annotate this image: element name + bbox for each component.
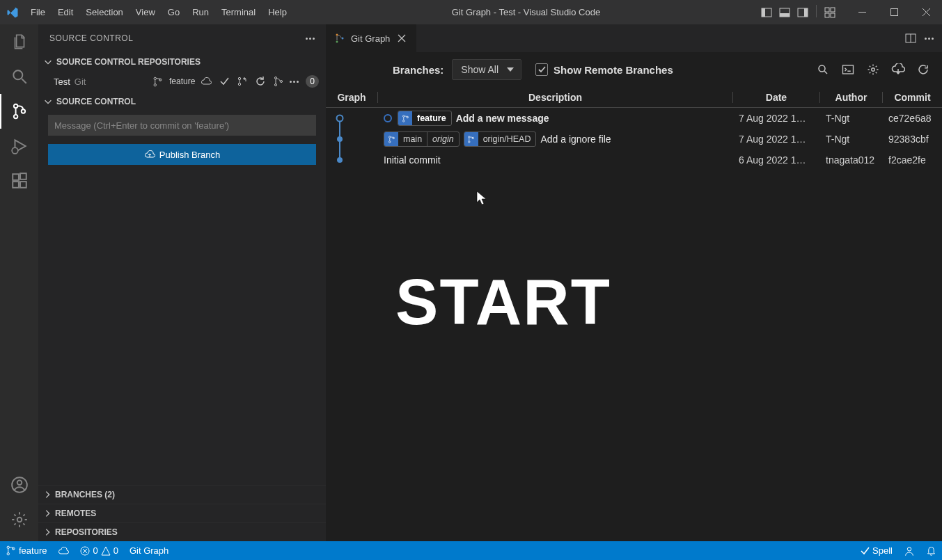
split-editor-icon[interactable] bbox=[905, 33, 916, 44]
refresh-icon[interactable] bbox=[916, 62, 931, 77]
svg-rect-20 bbox=[20, 173, 26, 179]
layout-sidebar-right-icon[interactable] bbox=[795, 5, 810, 20]
publish-branch-button[interactable]: Publish Branch bbox=[48, 144, 316, 165]
col-author[interactable]: Author bbox=[820, 92, 883, 103]
terminal-icon[interactable] bbox=[840, 62, 856, 77]
branch-tag[interactable]: mainorigin bbox=[384, 131, 460, 147]
accounts-icon[interactable] bbox=[0, 467, 38, 502]
cloud-publish-icon[interactable] bbox=[199, 74, 213, 88]
col-graph[interactable]: Graph bbox=[326, 92, 378, 103]
layout-panel-icon[interactable] bbox=[777, 5, 792, 20]
svg-point-53 bbox=[7, 546, 9, 548]
chevron-right-icon bbox=[42, 509, 52, 518]
chevron-down-icon bbox=[507, 67, 514, 72]
svg-point-44 bbox=[402, 115, 404, 116]
branches-select[interactable]: Show All bbox=[452, 59, 521, 80]
commit-hash: f2cae2fe bbox=[883, 154, 942, 166]
col-date[interactable]: Date bbox=[733, 92, 820, 103]
show-remote-checkbox[interactable]: Show Remote Branches bbox=[535, 63, 673, 76]
menu-view[interactable]: View bbox=[129, 0, 162, 24]
commit-row[interactable]: mainoriginorigin/HEADAdd a ignore file7 … bbox=[326, 129, 942, 150]
status-feedback-icon[interactable] bbox=[898, 541, 920, 560]
source-control-icon[interactable] bbox=[0, 94, 38, 129]
commit-author: T-Ngt bbox=[820, 113, 883, 124]
tabs-bar: Git Graph bbox=[326, 24, 942, 52]
svg-rect-11 bbox=[890, 9, 897, 16]
run-debug-icon[interactable] bbox=[0, 129, 38, 163]
commit-message: Add a new message bbox=[456, 113, 549, 124]
activity-bar bbox=[0, 24, 38, 541]
create-pr-icon[interactable] bbox=[235, 74, 249, 88]
search-icon[interactable] bbox=[0, 59, 38, 94]
close-icon[interactable] bbox=[395, 32, 408, 45]
branch-name: origin bbox=[427, 132, 459, 146]
status-bell-icon[interactable] bbox=[920, 541, 942, 560]
sidebar: SOURCE CONTROL SOURCE CONTROL REPOSITORI… bbox=[38, 24, 326, 541]
status-sync[interactable] bbox=[52, 541, 74, 560]
git-graph-icon[interactable] bbox=[272, 74, 285, 88]
repositories-section-header[interactable]: SOURCE CONTROL REPOSITORIES bbox=[38, 52, 326, 71]
status-branch[interactable]: feature bbox=[0, 541, 52, 560]
menu-file[interactable]: File bbox=[24, 0, 52, 24]
title-bar: File Edit Selection View Go Run Terminal… bbox=[0, 0, 942, 24]
branch-tag[interactable]: feature bbox=[398, 111, 452, 126]
explorer-icon[interactable] bbox=[0, 24, 38, 59]
commit-row[interactable]: featureAdd a new message7 Aug 2022 1…T-N… bbox=[326, 108, 942, 129]
tab-git-graph[interactable]: Git Graph bbox=[326, 24, 417, 52]
commit-hash: ce72e6a8 bbox=[883, 113, 942, 124]
start-overlay: START bbox=[395, 266, 611, 339]
branches-section[interactable]: BRANCHES (2) bbox=[38, 485, 326, 504]
commit-message-input[interactable] bbox=[48, 115, 316, 136]
col-description[interactable]: Description bbox=[378, 92, 733, 103]
more-icon[interactable] bbox=[290, 81, 299, 83]
repositories-section[interactable]: REPOSITORIES bbox=[38, 522, 326, 541]
status-branch-name: feature bbox=[19, 545, 47, 556]
close-button[interactable] bbox=[910, 0, 942, 24]
svg-rect-6 bbox=[825, 8, 829, 12]
branch-tag[interactable]: origin/HEAD bbox=[464, 131, 537, 147]
settings-gear-icon[interactable] bbox=[0, 502, 38, 537]
status-git-graph[interactable]: Git Graph bbox=[124, 541, 174, 560]
refresh-icon[interactable] bbox=[253, 74, 267, 88]
extensions-icon[interactable] bbox=[0, 163, 38, 198]
menu-help[interactable]: Help bbox=[262, 0, 293, 24]
more-icon[interactable] bbox=[925, 38, 934, 40]
menu-go[interactable]: Go bbox=[162, 0, 186, 24]
window-title: Git Graph - Test - Visual Studio Code bbox=[293, 7, 759, 17]
fetch-icon[interactable] bbox=[890, 62, 906, 77]
status-spell[interactable]: Spell bbox=[854, 541, 898, 560]
svg-point-15 bbox=[21, 109, 24, 113]
chevron-down-icon bbox=[42, 57, 54, 67]
customize-layout-icon[interactable] bbox=[822, 5, 838, 20]
minimize-button[interactable] bbox=[846, 0, 878, 24]
layout-sidebar-left-icon[interactable] bbox=[759, 5, 774, 20]
status-problems[interactable]: 0 0 bbox=[74, 541, 123, 560]
remotes-section[interactable]: REMOTES bbox=[38, 504, 326, 522]
maximize-button[interactable] bbox=[878, 0, 910, 24]
svg-point-28 bbox=[239, 83, 241, 85]
svg-rect-19 bbox=[20, 182, 26, 188]
branch-icon bbox=[384, 132, 398, 146]
search-icon[interactable] bbox=[815, 62, 831, 77]
menu-edit[interactable]: Edit bbox=[52, 0, 79, 24]
commit-row[interactable]: Initial commit6 Aug 2022 1…tnagata012f2c… bbox=[326, 150, 942, 170]
menu-terminal[interactable]: Terminal bbox=[215, 0, 262, 24]
commit-hash: 92383cbf bbox=[883, 134, 942, 145]
repo-branch: feature bbox=[169, 77, 195, 86]
scm-section-header[interactable]: SOURCE CONTROL bbox=[38, 92, 326, 111]
chevron-down-icon bbox=[42, 97, 54, 106]
more-actions-icon[interactable] bbox=[306, 38, 315, 40]
menu-run[interactable]: Run bbox=[186, 0, 215, 24]
gear-icon[interactable] bbox=[865, 62, 881, 77]
svg-point-25 bbox=[155, 83, 157, 86]
chevron-right-icon bbox=[42, 490, 52, 499]
git-branch-icon[interactable] bbox=[151, 74, 165, 88]
commit-checkmark-icon[interactable] bbox=[217, 74, 231, 88]
col-commit[interactable]: Commit bbox=[883, 92, 942, 103]
repository-row[interactable]: Test Git feature 0 bbox=[38, 71, 326, 92]
menu-selection[interactable]: Selection bbox=[79, 0, 129, 24]
vscode-icon bbox=[0, 6, 24, 19]
commit-message: Add a ignore file bbox=[540, 134, 611, 145]
cloud-upload-icon bbox=[144, 150, 155, 159]
publish-label: Publish Branch bbox=[159, 150, 220, 160]
